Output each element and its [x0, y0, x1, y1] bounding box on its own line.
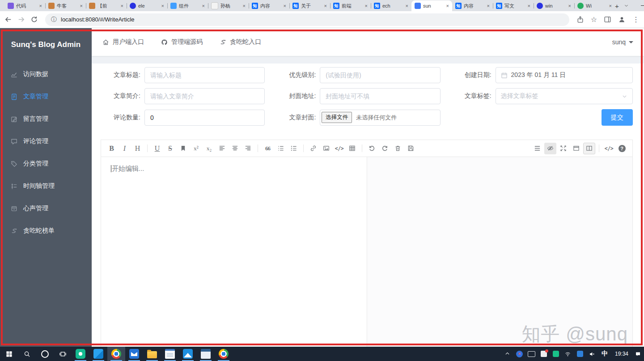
subscript-button[interactable]: x₂	[203, 143, 215, 154]
sidebar-item-snake-ranking[interactable]: 贪吃蛇榜单	[0, 220, 92, 242]
priority-input[interactable]	[320, 67, 440, 83]
site-info-icon[interactable]: ⓘ	[51, 16, 57, 24]
browser-tab[interactable]: 牛客×	[45, 0, 86, 11]
ime-indicator[interactable]: 中	[598, 350, 611, 358]
sidebar-item-timeline-management[interactable]: 时间轴管理	[0, 175, 92, 197]
quote-button[interactable]: 66	[262, 143, 274, 154]
fullscreen-button[interactable]	[557, 143, 569, 154]
browser-tab[interactable]: 知ech×	[371, 0, 411, 11]
tab-close-icon[interactable]: ×	[243, 3, 246, 8]
strikethrough-button[interactable]: S	[164, 143, 176, 154]
link-user-portal[interactable]: 用户端入口	[102, 38, 144, 46]
reload-icon[interactable]	[30, 16, 38, 23]
help-button[interactable]: ?	[616, 143, 628, 154]
navigation-toggle-button[interactable]	[531, 143, 543, 154]
tab-search-chevron-icon[interactable]	[619, 0, 634, 11]
submit-button[interactable]: 提交	[602, 109, 633, 126]
undo-button[interactable]	[366, 143, 378, 154]
italic-button[interactable]: I	[119, 143, 131, 154]
browser-tab[interactable]: 知写文×	[493, 0, 534, 11]
tray-network-error-icon[interactable]: ✕	[513, 347, 525, 361]
cortana-button[interactable]	[36, 347, 54, 361]
tray-green-app-icon[interactable]	[550, 347, 562, 361]
save-button[interactable]	[405, 143, 417, 154]
source-view-button[interactable]: </>	[603, 143, 615, 154]
browser-tab[interactable]: ele×	[127, 0, 167, 11]
browser-tab[interactable]: 知内容×	[249, 0, 289, 11]
taskbar-app-notepad[interactable]	[161, 347, 179, 361]
wifi-icon[interactable]	[562, 347, 574, 361]
browser-tab[interactable]: Wi×	[574, 0, 615, 11]
taskbar-app-calculator[interactable]	[197, 347, 215, 361]
volume-muted-icon[interactable]	[586, 347, 598, 361]
tab-close-icon[interactable]: ×	[80, 3, 83, 8]
code-block-button[interactable]: </>	[333, 143, 345, 154]
bold-button[interactable]: B	[106, 143, 118, 154]
browser-tab-active[interactable]: sun×	[411, 0, 452, 11]
editor-input-pane[interactable]: 开始编辑...	[101, 157, 367, 347]
tab-close-icon[interactable]: ×	[528, 3, 530, 8]
task-view-button[interactable]	[54, 347, 72, 361]
taskbar-search-button[interactable]	[18, 347, 36, 361]
browser-tab[interactable]: 【前×	[86, 0, 127, 11]
browser-tab[interactable]: 知前端×	[330, 0, 371, 11]
clear-button[interactable]	[392, 143, 404, 154]
back-icon[interactable]	[4, 16, 12, 23]
align-right-button[interactable]	[242, 143, 254, 154]
browser-tab[interactable]: 组件×	[167, 0, 208, 11]
tab-close-icon[interactable]: ×	[161, 3, 164, 8]
taskbar-app-chrome-2[interactable]	[215, 347, 233, 361]
align-left-button[interactable]	[216, 143, 228, 154]
comment-count-input[interactable]	[144, 110, 265, 126]
tab-close-icon[interactable]: ×	[568, 3, 571, 8]
taskbar-app-explorer[interactable]	[143, 347, 161, 361]
browser-tab[interactable]: 知关于×	[289, 0, 330, 11]
tray-expand-chevron-icon[interactable]	[501, 347, 513, 361]
preview-toggle-button[interactable]	[544, 143, 556, 154]
browser-tab[interactable]: 孙杨×	[208, 0, 249, 11]
article-title-input[interactable]	[144, 67, 265, 83]
taskbar-app-photos[interactable]	[179, 347, 197, 361]
sidebar-item-voice-management[interactable]: 心声管理	[0, 197, 92, 220]
fullwindow-button[interactable]	[570, 143, 582, 154]
cover-url-input[interactable]	[320, 88, 440, 104]
tags-select[interactable]: 选择文章标签	[496, 88, 633, 104]
profile-avatar-icon[interactable]	[618, 16, 626, 23]
link-snake-game[interactable]: 贪吃蛇入口	[220, 38, 261, 46]
image-button[interactable]	[320, 143, 332, 154]
table-button[interactable]	[346, 143, 358, 154]
url-text[interactable]: localhost:8080/#/WriteArticle	[61, 16, 135, 23]
superscript-button[interactable]: x²	[190, 143, 202, 154]
tray-blue-app-icon[interactable]	[574, 347, 586, 361]
taskbar-app-vscode[interactable]	[89, 347, 107, 361]
notification-center-icon[interactable]	[632, 347, 644, 361]
heading-button[interactable]: H	[131, 143, 144, 154]
underline-button[interactable]: U	[151, 143, 163, 154]
start-button[interactable]	[0, 347, 18, 361]
ordered-list-button[interactable]	[275, 143, 287, 154]
tab-close-icon[interactable]: ×	[39, 3, 42, 8]
article-intro-input[interactable]	[144, 88, 265, 104]
tab-close-icon[interactable]: ×	[446, 3, 449, 8]
file-input[interactable]: 选择文件 未选择任何文件	[320, 110, 440, 126]
tab-close-icon[interactable]: ×	[609, 3, 612, 8]
link-admin-source[interactable]: 管理端源码	[161, 38, 203, 46]
bookmark-star-icon[interactable]: ☆	[591, 16, 597, 23]
link-button[interactable]	[307, 143, 319, 154]
sidebar-item-comment-management[interactable]: 评论管理	[0, 130, 92, 153]
sidebar-item-category-management[interactable]: 分类管理	[0, 153, 92, 175]
tab-close-icon[interactable]: ×	[202, 3, 205, 8]
user-dropdown[interactable]: sunq	[612, 38, 633, 46]
tab-close-icon[interactable]: ×	[365, 3, 368, 8]
date-picker[interactable]: 2023 年 01 月 11 日	[496, 67, 633, 83]
unordered-list-button[interactable]	[288, 143, 300, 154]
sidebar-item-article-management[interactable]: 文章管理	[0, 85, 92, 108]
tab-close-icon[interactable]: ×	[121, 3, 123, 8]
browser-tab[interactable]: 代码×	[4, 0, 45, 11]
browser-tab[interactable]: 知内容×	[452, 0, 493, 11]
side-panel-icon[interactable]	[604, 16, 611, 23]
window-minimize-button[interactable]	[634, 0, 644, 11]
tray-app-badge-icon[interactable]	[538, 347, 550, 361]
taskbar-app-chrome[interactable]	[107, 347, 125, 361]
choose-file-button[interactable]: 选择文件	[322, 112, 352, 123]
